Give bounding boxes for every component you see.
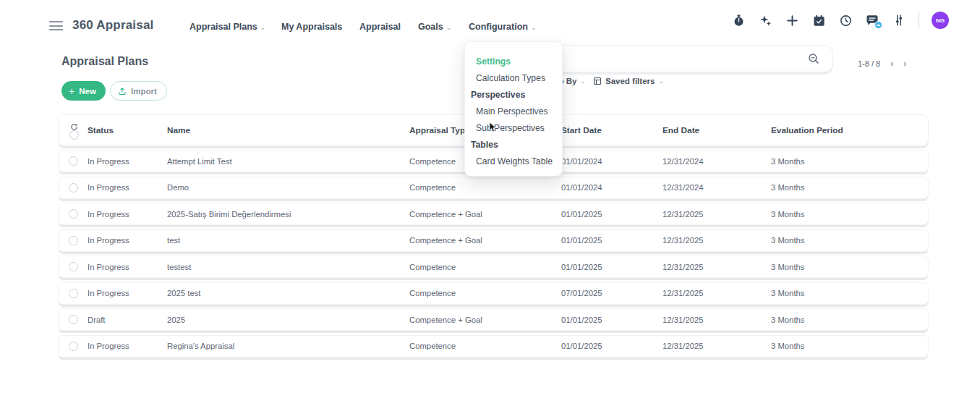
nav-my-appraisals[interactable]: My Appraisals — [281, 22, 342, 32]
chevron-down-icon: ⌄ — [446, 24, 452, 31]
menu-item-card-weights-table[interactable]: Card Weights Table — [465, 153, 562, 170]
nav-appraisal[interactable]: Appraisal — [359, 22, 401, 32]
cell-start-date: 01/01/2025 — [561, 210, 662, 219]
top-navigation-bar: 360 Appraisal Appraisal Plans⌄ My Apprai… — [0, 0, 980, 41]
cell-evaluation-period: 3 Months — [771, 210, 928, 219]
cell-end-date: 12/31/2025 — [662, 263, 771, 271]
menu-item-settings[interactable]: Settings — [465, 54, 562, 70]
cell-name: 2025-Satış Birimi Değerlendirmesi — [167, 210, 409, 219]
new-button[interactable]: + New — [61, 81, 106, 101]
table-selector-column — [59, 121, 88, 140]
sliders-icon[interactable] — [892, 13, 906, 28]
clock-icon[interactable] — [838, 13, 853, 28]
header-start-date[interactable]: Start Date — [561, 125, 662, 135]
cell-end-date: 12/31/2024 — [662, 183, 771, 192]
cell-type: Competence + Goal — [409, 210, 561, 219]
saved-filters-button[interactable]: Saved filters⌄ — [593, 77, 664, 85]
menu-item-sub-perspectives[interactable]: Sub Perspectives — [465, 120, 562, 137]
select-all-checkbox[interactable] — [69, 130, 79, 140]
menu-item-calculation-types[interactable]: Calculation Types — [465, 70, 562, 87]
topbar-divider — [919, 12, 919, 29]
cell-status: In Progress — [88, 183, 167, 192]
cell-status: In Progress — [88, 210, 167, 219]
page-title: Appraisal Plans — [61, 55, 148, 68]
cell-type: Competence — [409, 289, 561, 297]
menu-section-perspectives: Perspectives — [465, 87, 562, 103]
nav-appraisal-plans[interactable]: Appraisal Plans⌄ — [189, 22, 265, 32]
row-checkbox[interactable] — [69, 209, 78, 219]
chevron-down-icon: ⌄ — [260, 24, 266, 31]
cell-start-date: 01/01/2025 — [561, 263, 662, 271]
cell-type: Competence — [409, 183, 561, 192]
cell-type: Competence — [409, 263, 561, 271]
plus-icon[interactable] — [785, 13, 799, 28]
configuration-dropdown-menu: Settings Calculation Types Perspectives … — [464, 41, 563, 177]
table-row[interactable]: In Progress Demo Competence 01/01/2024 1… — [58, 177, 929, 199]
calendar-check-icon[interactable] — [811, 13, 826, 28]
timer-icon[interactable] — [731, 13, 746, 28]
cell-name: Demo — [167, 183, 409, 192]
row-checkbox[interactable] — [69, 315, 78, 324]
cell-start-date: 01/01/2025 — [561, 236, 662, 245]
cell-type: Competence + Goal — [409, 236, 561, 245]
table-row[interactable]: In Progress testest Competence 01/01/202… — [58, 255, 929, 278]
cell-end-date: 12/31/2025 — [662, 342, 771, 350]
sparkles-icon[interactable] — [758, 13, 772, 28]
search-zoom-icon[interactable] — [807, 52, 821, 69]
table-row[interactable]: In Progress 2025 test Competence 07/01/2… — [58, 282, 929, 305]
cell-name: testest — [167, 263, 409, 271]
nav-configuration[interactable]: Configuration⌄ — [469, 22, 536, 32]
row-checkbox[interactable] — [69, 342, 78, 351]
saved-filters-icon — [593, 77, 602, 85]
cell-status: In Progress — [88, 263, 167, 271]
mouse-cursor-icon — [489, 122, 498, 136]
cell-evaluation-period: 3 Months — [771, 316, 928, 324]
cell-end-date: 12/31/2024 — [662, 157, 771, 166]
header-status[interactable]: Status — [88, 125, 167, 135]
pagination: 1-8 / 8 ‹ › — [858, 59, 906, 68]
table-row[interactable]: Draft 2025 Competence + Goal 01/01/2025 … — [58, 308, 929, 331]
header-evaluation-period[interactable]: Evaluation Period — [771, 125, 928, 135]
chevron-down-icon: ⌄ — [658, 77, 664, 85]
cell-end-date: 12/31/2025 — [662, 210, 771, 219]
nav-goals[interactable]: Goals⌄ — [418, 22, 451, 32]
user-avatar[interactable]: NG — [932, 12, 949, 29]
notification-badge — [874, 21, 882, 29]
chevron-down-icon: ⌄ — [580, 77, 586, 85]
cell-end-date: 12/31/2025 — [662, 289, 771, 297]
next-page-button[interactable]: › — [903, 59, 906, 68]
table-row[interactable]: In Progress Regina's Appraisal Competenc… — [58, 335, 929, 358]
row-checkbox[interactable] — [69, 289, 78, 298]
row-checkbox[interactable] — [69, 183, 78, 193]
cell-status: In Progress — [88, 236, 167, 245]
table-row[interactable]: In Progress 2025-Satış Birimi Değerlendi… — [58, 203, 929, 225]
cell-evaluation-period: 3 Months — [771, 236, 928, 245]
cell-name: Attempt Limit Test — [167, 157, 409, 166]
header-name[interactable]: Name — [167, 125, 409, 135]
cell-status: In Progress — [88, 157, 167, 166]
row-checkbox[interactable] — [69, 236, 78, 245]
cell-name: 2025 — [167, 316, 409, 324]
cell-evaluation-period: 3 Months — [771, 289, 928, 297]
cell-evaluation-period: 3 Months — [771, 157, 928, 166]
row-checkbox[interactable] — [69, 262, 78, 271]
cell-type: Competence — [409, 342, 561, 350]
cell-type: Competence + Goal — [409, 316, 561, 324]
menu-item-main-perspectives[interactable]: Main Perspectives — [465, 103, 562, 120]
upload-icon — [118, 87, 127, 96]
cell-status: Draft — [88, 316, 167, 324]
header-end-date[interactable]: End Date — [662, 125, 771, 135]
cell-status: In Progress — [88, 289, 167, 297]
app-title: 360 Appraisal — [72, 18, 154, 33]
table-row[interactable]: In Progress test Competence + Goal 01/01… — [58, 229, 929, 252]
cell-evaluation-period: 3 Months — [771, 342, 928, 350]
chat-icon[interactable] — [865, 13, 879, 28]
import-button[interactable]: Import — [110, 81, 167, 101]
row-checkbox[interactable] — [69, 156, 78, 166]
hamburger-menu-icon[interactable] — [49, 21, 63, 30]
cell-name: Regina's Appraisal — [167, 342, 409, 350]
refresh-icon[interactable] — [70, 121, 78, 129]
cell-evaluation-period: 3 Months — [771, 183, 928, 192]
cell-end-date: 12/31/2025 — [662, 236, 771, 245]
prev-page-button[interactable]: ‹ — [890, 59, 893, 68]
